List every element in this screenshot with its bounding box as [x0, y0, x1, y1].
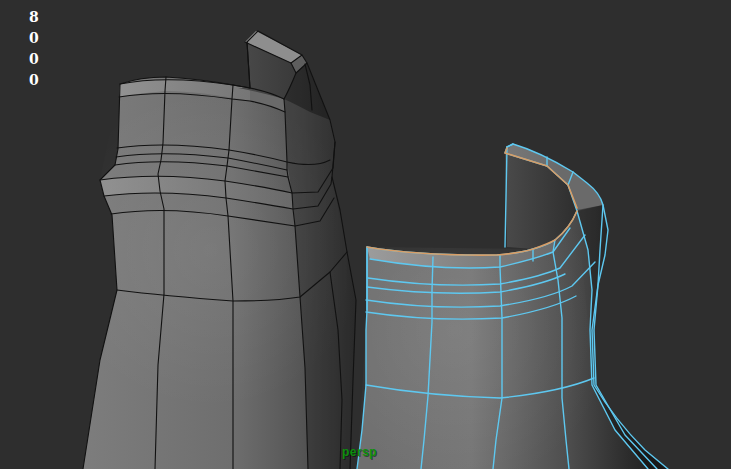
mesh-left-unselected[interactable] — [83, 31, 356, 469]
viewport-canvas[interactable] — [0, 0, 731, 469]
mesh-right-selected[interactable] — [357, 144, 668, 469]
hud-digit: 0 — [29, 70, 39, 91]
hud-poly-count: 8 0 0 0 — [29, 7, 39, 91]
hud-digit: 8 — [29, 7, 39, 28]
perspective-viewport[interactable]: 8 0 0 0 persp — [0, 0, 731, 469]
camera-label: persp — [342, 445, 377, 459]
hud-digit: 0 — [29, 49, 39, 70]
hud-digit: 0 — [29, 28, 39, 49]
